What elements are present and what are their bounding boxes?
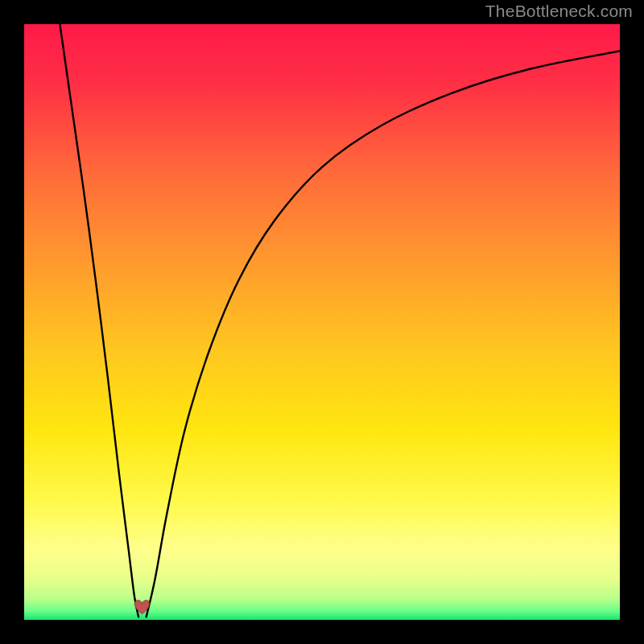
bottleneck-chart xyxy=(24,24,620,620)
watermark-label: TheBottleneck.com xyxy=(485,2,633,21)
chart-frame xyxy=(24,24,620,620)
chart-background xyxy=(24,24,620,620)
